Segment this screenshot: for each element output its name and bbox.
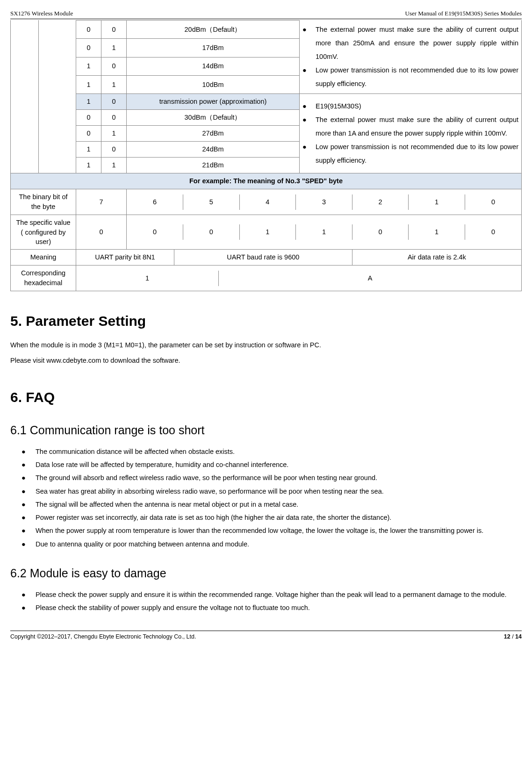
table-row: Meaning UART parity bit 8N1 UART baud ra… bbox=[11, 250, 522, 266]
table-row: 0 0 20dBm（Default） ●The external power m… bbox=[11, 20, 522, 38]
desc: 20dBm（Default） bbox=[127, 20, 300, 38]
list-item: ●The signal will be affected when the an… bbox=[10, 498, 522, 511]
list-item: ●The ground will absorb and reflect wire… bbox=[10, 471, 522, 484]
note-cell: ●E19(915M30S) ●The external power must m… bbox=[300, 94, 522, 173]
list-item: ●Due to antenna quality or poor matching… bbox=[10, 538, 522, 551]
header-left: SX1276 Wireless Module bbox=[10, 9, 73, 18]
power-table: 0 0 20dBm（Default） ●The external power m… bbox=[10, 20, 522, 292]
paragraph: When the module is in mode 3 (M1=1 M0=1)… bbox=[10, 339, 522, 352]
table-row: 1 0 transmission power (approximation) ●… bbox=[11, 94, 522, 110]
page-footer: Copyright ©2012–2017, Chengdu Ebyte Elec… bbox=[10, 631, 522, 641]
section-6-1-title: 6.1 Communication range is too short bbox=[10, 422, 522, 438]
table-row: Corresponding hexadecimal 1 A bbox=[11, 266, 522, 291]
list-item: ●The communication distance will be affe… bbox=[10, 445, 522, 458]
list-item: ●When the power supply at room temperatu… bbox=[10, 524, 522, 537]
bit1: 0 bbox=[76, 20, 101, 38]
section-6-2-title: 6.2 Module is easy to damage bbox=[10, 565, 522, 582]
section-6-title: 6. FAQ bbox=[10, 387, 522, 408]
example-title-row: For example: The meaning of No.3 "SPED" … bbox=[11, 173, 522, 189]
table-row: The binary bit of the byte 7 6 5 4 3 2 1… bbox=[11, 189, 522, 215]
footer-page: 12 / 14 bbox=[504, 632, 522, 641]
list-item: ●Please check the power supply and ensur… bbox=[10, 588, 522, 601]
header-right: User Manual of E19(915M30S) Series Modul… bbox=[405, 9, 522, 18]
faq-list-6-1: ●The communication distance will be affe… bbox=[10, 445, 522, 551]
list-item: ●Power register was set incorrectly, air… bbox=[10, 511, 522, 524]
list-item: ●Please check the stability of power sup… bbox=[10, 601, 522, 614]
paragraph: Please visit www.cdebyte.com to download… bbox=[10, 354, 522, 367]
section-5-title: 5. Parameter Setting bbox=[10, 311, 522, 331]
bit2: 0 bbox=[101, 20, 127, 38]
page-header: SX1276 Wireless Module User Manual of E1… bbox=[10, 9, 522, 19]
list-item: ●Data lose rate will be affected by temp… bbox=[10, 458, 522, 471]
footer-left: Copyright ©2012–2017, Chengdu Ebyte Elec… bbox=[10, 632, 196, 641]
list-item: ●Sea water has great ability in absorbin… bbox=[10, 485, 522, 498]
note-cell: ●The external power must make sure the a… bbox=[300, 20, 522, 94]
table-row: The specific value ( configured by user)… bbox=[11, 215, 522, 250]
faq-list-6-2: ●Please check the power supply and ensur… bbox=[10, 588, 522, 615]
